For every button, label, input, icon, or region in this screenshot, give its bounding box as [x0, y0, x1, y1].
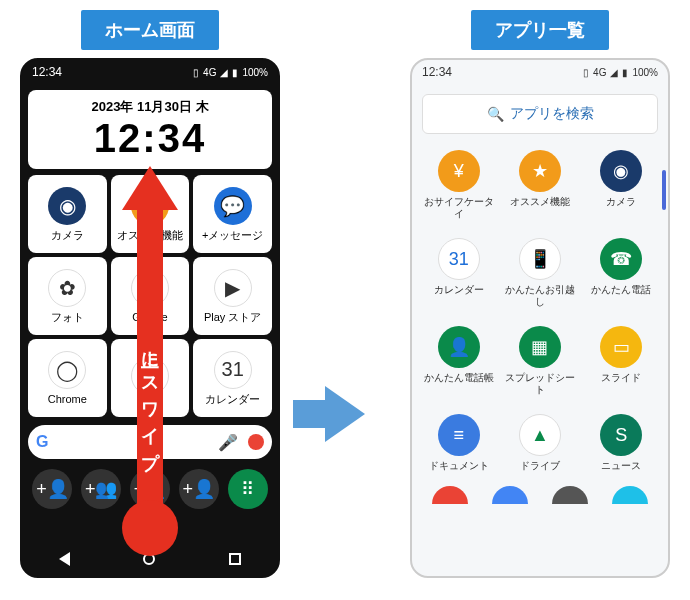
- contact-add-1-icon[interactable]: +👤: [32, 469, 72, 509]
- app-icon: 💬: [214, 187, 252, 225]
- nav-bar: [22, 542, 278, 576]
- contact-add-3-icon[interactable]: +👤: [130, 469, 170, 509]
- home-app-7[interactable]: [111, 339, 190, 417]
- app-label: かんたん電話帳: [424, 372, 494, 384]
- status-bar: 12:34 ▯ 4G ◢ ▮ 100%: [22, 60, 278, 84]
- app-item-11[interactable]: Sニュース: [583, 408, 660, 478]
- home-app-4[interactable]: GGoogle: [111, 257, 190, 335]
- app-item-3[interactable]: 31カレンダー: [420, 232, 497, 314]
- app-icon: ★: [131, 187, 169, 225]
- app-label: カメラ: [51, 229, 84, 241]
- app-label: ドキュメント: [429, 460, 489, 472]
- app-icon: ¥: [438, 150, 480, 192]
- contact-add-4-icon[interactable]: +👤: [179, 469, 219, 509]
- app-item-10[interactable]: ▲ドライブ: [501, 408, 578, 478]
- app-icon: 👤: [438, 326, 480, 368]
- app-label: カレンダー: [205, 393, 260, 405]
- app-icon: ▦: [519, 326, 561, 368]
- phone-home: 12:34 ▯ 4G ◢ ▮ 100% 2023年 11月30日 木 12:34…: [20, 58, 280, 578]
- phone-applist: 12:34 ▯ 4G ◢ ▮ 100% 🔍 アプリを検索 ¥おサイフケータイ★オ…: [410, 58, 670, 578]
- app-icon: S: [600, 414, 642, 456]
- applist-banner: アプリ一覧: [471, 10, 609, 50]
- app-label: カメラ: [606, 196, 636, 208]
- home-app-6[interactable]: ◯Chrome: [28, 339, 107, 417]
- home-app-5[interactable]: ▶Play ストア: [193, 257, 272, 335]
- clock-time: 12:34: [36, 116, 264, 161]
- app-icon: ◯: [48, 351, 86, 389]
- app-icon: ≡: [438, 414, 480, 456]
- clock-widget[interactable]: 2023年 11月30日 木 12:34: [28, 90, 272, 169]
- app-label: Chrome: [48, 393, 87, 405]
- partial-row: [412, 478, 668, 504]
- signal-icon: ◢: [610, 67, 618, 78]
- app-label: オススメ機能: [510, 196, 570, 208]
- app-icon: ✿: [48, 269, 86, 307]
- status-icons: ▯ 4G ◢ ▮ 100%: [583, 67, 658, 78]
- dialer-icon[interactable]: ⠿: [228, 469, 268, 509]
- app-icon: ▶: [214, 269, 252, 307]
- google-logo-icon: G: [36, 433, 48, 451]
- app-item-6[interactable]: 👤かんたん電話帳: [420, 320, 497, 402]
- battery-icon: ▮: [622, 67, 628, 78]
- app-icon: ▭: [600, 326, 642, 368]
- status-bar: 12:34 ▯ 4G ◢ ▮ 100%: [412, 60, 668, 84]
- app-icon: ▲: [519, 414, 561, 456]
- home-app-8[interactable]: 31カレンダー: [193, 339, 272, 417]
- app-label: カレンダー: [434, 284, 484, 296]
- app-label: スライド: [601, 372, 641, 384]
- app-item-1[interactable]: ★オススメ機能: [501, 144, 578, 226]
- home-app-3[interactable]: ✿フォト: [28, 257, 107, 335]
- app-label: +メッセージ: [202, 229, 263, 241]
- search-apps-input[interactable]: 🔍 アプリを検索: [422, 94, 658, 134]
- app-icon: 31: [438, 238, 480, 280]
- mic-icon[interactable]: 🎤: [218, 433, 238, 452]
- app-item-7[interactable]: ▦スプレッドシート: [501, 320, 578, 402]
- nav-home-icon[interactable]: [143, 553, 155, 565]
- app-item-8[interactable]: ▭スライド: [583, 320, 660, 402]
- scroll-indicator[interactable]: [662, 170, 666, 210]
- signal-icon: ◢: [220, 67, 228, 78]
- app-label: Google: [132, 311, 167, 323]
- app-label: Play ストア: [204, 311, 261, 323]
- app-item-9[interactable]: ≡ドキュメント: [420, 408, 497, 478]
- status-time: 12:34: [422, 65, 452, 79]
- home-app-0[interactable]: ◉カメラ: [28, 175, 107, 253]
- google-search-bar[interactable]: G 🎤: [28, 425, 272, 459]
- battery-icon: ▮: [232, 67, 238, 78]
- app-label: かんたんお引越し: [503, 284, 576, 308]
- app-icon: ◉: [48, 187, 86, 225]
- search-apps-label: アプリを検索: [510, 105, 594, 123]
- dock: +👤+👥+👤+👤⠿: [22, 465, 278, 513]
- status-icons: ▯ 4G ◢ ▮ 100%: [193, 67, 268, 78]
- app-item-4[interactable]: 📱かんたんお引越し: [501, 232, 578, 314]
- app-icon: ◉: [600, 150, 642, 192]
- search-icon: 🔍: [487, 106, 504, 122]
- app-label: かんたん電話: [591, 284, 651, 296]
- app-icon: ☎: [600, 238, 642, 280]
- app-label: ドライブ: [520, 460, 560, 472]
- nav-back-icon[interactable]: [59, 552, 70, 566]
- app-icon: G: [131, 269, 169, 307]
- app-item-2[interactable]: ◉カメラ: [583, 144, 660, 226]
- app-item-0[interactable]: ¥おサイフケータイ: [420, 144, 497, 226]
- contact-add-2-icon[interactable]: +👥: [81, 469, 121, 509]
- app-label: ニュース: [601, 460, 641, 472]
- lens-icon[interactable]: [248, 434, 264, 450]
- home-app-1[interactable]: ★オススメ機能: [111, 175, 190, 253]
- app-label: オススメ機能: [117, 229, 183, 241]
- app-icon: 31: [214, 351, 252, 389]
- net-label: 4G: [593, 67, 606, 78]
- clock-date: 2023年 11月30日 木: [36, 98, 264, 116]
- app-icon: ★: [519, 150, 561, 192]
- sim-icon: ▯: [583, 67, 589, 78]
- home-banner: ホーム画面: [81, 10, 219, 50]
- battery-pct: 100%: [242, 67, 268, 78]
- app-icon: 📱: [519, 238, 561, 280]
- app-label: スプレッドシート: [503, 372, 576, 396]
- net-label: 4G: [203, 67, 216, 78]
- home-app-2[interactable]: 💬+メッセージ: [193, 175, 272, 253]
- nav-recent-icon[interactable]: [229, 553, 241, 565]
- app-item-5[interactable]: ☎かんたん電話: [583, 232, 660, 314]
- app-label: おサイフケータイ: [422, 196, 495, 220]
- status-time: 12:34: [32, 65, 62, 79]
